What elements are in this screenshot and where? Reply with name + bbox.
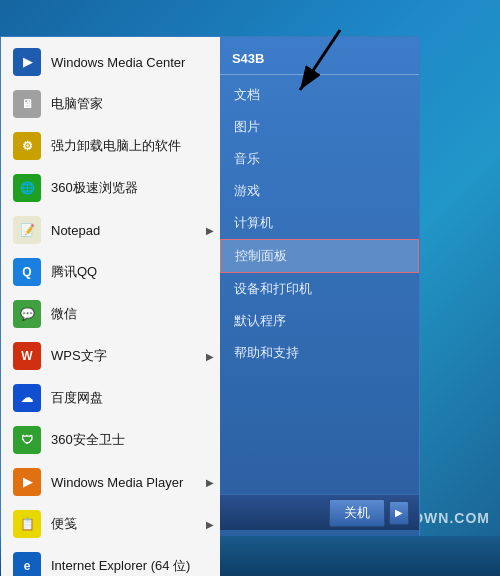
qq-icon: Q <box>11 256 43 288</box>
shutdown-button[interactable]: 关机 <box>329 499 385 527</box>
menu-left-top: ▶ Windows Media Center 🖥 电脑管家 ⚙ 强力卸载电脑上的… <box>1 37 220 576</box>
start-menu: ▶ Windows Media Center 🖥 电脑管家 ⚙ 强力卸载电脑上的… <box>0 36 420 536</box>
wps-icon: W <box>11 340 43 372</box>
menu-item-360safe[interactable]: 🛡 360安全卫士 <box>1 419 220 461</box>
submenu-arrow: ▶ <box>206 519 214 530</box>
right-item-label: 控制面板 <box>235 247 287 265</box>
menu-item-label: 腾讯QQ <box>51 263 97 281</box>
notepad-icon: 📝 <box>11 214 43 246</box>
menu-item-wmp[interactable]: ▶ Windows Media Player ▶ <box>1 461 220 503</box>
menu-item-uninstall[interactable]: ⚙ 强力卸载电脑上的软件 <box>1 125 220 167</box>
menu-item-label: 360极速浏览器 <box>51 179 138 197</box>
wmp-icon: ▶ <box>11 466 43 498</box>
right-item-label: 游戏 <box>234 182 260 200</box>
uninstall-icon: ⚙ <box>11 130 43 162</box>
menu-item-label: 便笺 <box>51 515 77 533</box>
menu-right-panel: S43B 文档图片音乐游戏计算机控制面板设备和打印机默认程序帮助和支持 关机 ▶ <box>220 37 419 536</box>
menu-item-label: 360安全卫士 <box>51 431 125 449</box>
right-item-help[interactable]: 帮助和支持 <box>220 337 419 369</box>
right-item-default-programs[interactable]: 默认程序 <box>220 305 419 337</box>
right-item-label: 计算机 <box>234 214 273 232</box>
menu-left-panel: ▶ Windows Media Center 🖥 电脑管家 ⚙ 强力卸载电脑上的… <box>1 37 220 536</box>
wmc-icon: ▶ <box>11 46 43 78</box>
menu-item-stickynotes[interactable]: 📋 便笺 ▶ <box>1 503 220 545</box>
menu-item-label: Internet Explorer (64 位) <box>51 557 190 575</box>
right-item-label: 帮助和支持 <box>234 344 299 362</box>
menu-item-ie[interactable]: e Internet Explorer (64 位) <box>1 545 220 576</box>
ie-icon: e <box>11 550 43 576</box>
360browser-icon: 🌐 <box>11 172 43 204</box>
submenu-arrow: ▶ <box>206 351 214 362</box>
desktop: WWW.XFDOWN.COM ▶ Windows Media Center 🖥 … <box>0 0 500 576</box>
menu-item-pcmgr[interactable]: 🖥 电脑管家 <box>1 83 220 125</box>
360safe-icon: 🛡 <box>11 424 43 456</box>
right-item-devices[interactable]: 设备和打印机 <box>220 273 419 305</box>
menu-item-360browser[interactable]: 🌐 360极速浏览器 <box>1 167 220 209</box>
menu-item-qq[interactable]: Q 腾讯QQ <box>1 251 220 293</box>
menu-item-label: 微信 <box>51 305 77 323</box>
menu-item-baidu[interactable]: ☁ 百度网盘 <box>1 377 220 419</box>
pcmgr-icon: 🖥 <box>11 88 43 120</box>
menu-item-label: Windows Media Player <box>51 475 183 490</box>
submenu-arrow: ▶ <box>206 225 214 236</box>
right-item-pictures[interactable]: 图片 <box>220 111 419 143</box>
right-item-documents[interactable]: 文档 <box>220 79 419 111</box>
right-item-label: 设备和打印机 <box>234 280 312 298</box>
right-item-label: 音乐 <box>234 150 260 168</box>
menu-item-wmc[interactable]: ▶ Windows Media Center <box>1 41 220 83</box>
menu-item-label: Notepad <box>51 223 100 238</box>
menu-item-label: 百度网盘 <box>51 389 103 407</box>
right-item-label: 图片 <box>234 118 260 136</box>
right-item-music[interactable]: 音乐 <box>220 143 419 175</box>
menu-item-label: 强力卸载电脑上的软件 <box>51 137 181 155</box>
submenu-arrow: ▶ <box>206 477 214 488</box>
shutdown-arrow[interactable]: ▶ <box>389 501 409 525</box>
menu-item-label: WPS文字 <box>51 347 107 365</box>
baidu-icon: ☁ <box>11 382 43 414</box>
right-item-label: 文档 <box>234 86 260 104</box>
right-item-control-panel[interactable]: 控制面板 <box>220 239 419 273</box>
stickynotes-icon: 📋 <box>11 508 43 540</box>
username-header: S43B <box>220 43 419 75</box>
shutdown-area: 关机 ▶ <box>220 494 419 530</box>
menu-item-notepad[interactable]: 📝 Notepad ▶ <box>1 209 220 251</box>
menu-item-wps[interactable]: W WPS文字 ▶ <box>1 335 220 377</box>
right-item-label: 默认程序 <box>234 312 286 330</box>
menu-item-weixin[interactable]: 💬 微信 <box>1 293 220 335</box>
weixin-icon: 💬 <box>11 298 43 330</box>
right-item-computer[interactable]: 计算机 <box>220 207 419 239</box>
menu-item-label: 电脑管家 <box>51 95 103 113</box>
menu-item-label: Windows Media Center <box>51 55 185 70</box>
right-item-games[interactable]: 游戏 <box>220 175 419 207</box>
